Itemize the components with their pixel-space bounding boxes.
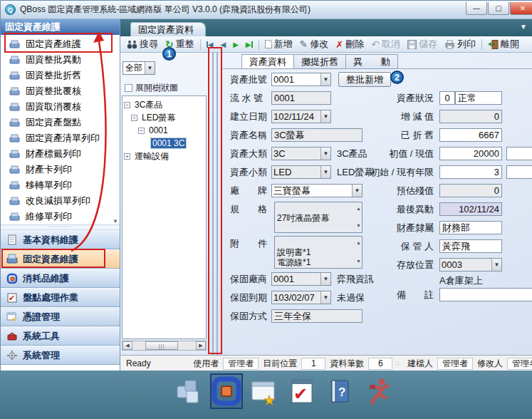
section-fixed-asset-maintenance[interactable]: 固定資產維護 bbox=[1, 249, 120, 269]
tree-node-transport[interactable]: + 運輸設備 bbox=[122, 150, 206, 162]
tree-node-0001[interactable]: − 0001 bbox=[122, 124, 206, 137]
last-change-date-field[interactable]: 102/11/24 bbox=[439, 202, 502, 216]
chevron-down-icon[interactable]: ▼ bbox=[320, 166, 330, 178]
sidebar-item-batch-depreciation[interactable]: 固資整批折舊 bbox=[1, 68, 120, 83]
nav-first-button[interactable]: ◀ bbox=[203, 37, 217, 52]
depreciated-amount-field[interactable]: 6667 bbox=[439, 128, 502, 142]
sidebar-item-batch-review[interactable]: 固資整批覆核 bbox=[1, 83, 120, 99]
nav-last-button[interactable]: ▶ bbox=[242, 37, 256, 52]
search-button[interactable]: 搜尋 bbox=[123, 37, 162, 52]
attachments-textarea[interactable]: 說明書*1 電源線*1 保固書*1 ▲ ▼ bbox=[274, 236, 363, 269]
edit-button[interactable]: ✎ 修改 bbox=[296, 37, 333, 52]
sidebar-item-property-label-print[interactable]: 財產標籤列印 bbox=[1, 146, 120, 162]
scroll-left-icon[interactable]: ◀ bbox=[122, 341, 132, 350]
tree-filter-dropdown[interactable]: 全部 ▼ bbox=[122, 61, 155, 75]
collapse-icon[interactable]: − bbox=[131, 115, 137, 121]
tab-list-arrow-icon[interactable]: ▼ bbox=[520, 23, 527, 31]
warranty-vendor-field[interactable]: 0001 ▼ bbox=[271, 272, 331, 286]
expand-tree-checkbox[interactable] bbox=[125, 84, 132, 92]
remarks-field[interactable] bbox=[439, 288, 532, 301]
section-inventory-processing[interactable]: ✔ 盤點處理作業 bbox=[1, 288, 120, 307]
asset-name-field[interactable]: 3C螢幕 bbox=[271, 128, 363, 142]
sidebar-item-cancel-review[interactable]: 固資取消覆核 bbox=[1, 99, 120, 115]
sidebar-item-batch-change[interactable]: 固資整批異動 bbox=[1, 52, 120, 68]
running-person-icon[interactable] bbox=[362, 374, 393, 408]
asset-minor-category-field[interactable]: LED ▼ bbox=[271, 165, 331, 179]
asset-batch-field[interactable]: 0001 ▼ bbox=[271, 73, 331, 86]
exit-button[interactable]: 離開 bbox=[484, 37, 523, 52]
storage-location-field[interactable]: 0003 ▼ bbox=[439, 258, 502, 271]
tab-asset-data[interactable]: 資產資料 bbox=[241, 54, 294, 69]
tab-depreciation[interactable]: 攤提折舊 bbox=[294, 54, 346, 69]
tree-node-led[interactable]: − LED螢幕 bbox=[122, 111, 206, 124]
batch-add-button[interactable]: 整批新增 bbox=[338, 72, 391, 87]
sidebar-item-property-card-print[interactable]: 財產卡列印 bbox=[1, 162, 120, 177]
window-checkmark-icon[interactable]: ✔ bbox=[286, 374, 318, 408]
sidebar-item-asset-inventory[interactable]: 固定資產盤點 bbox=[1, 115, 120, 130]
red-x-icon: ✗ bbox=[335, 40, 343, 49]
chevron-down-icon[interactable]: ▼ bbox=[145, 62, 155, 74]
save-button[interactable]: 儲存 bbox=[404, 37, 441, 52]
nav-prev-button[interactable]: ◀ bbox=[217, 37, 229, 52]
spec-textarea[interactable]: 27吋液晶螢幕 ▲ ▼ bbox=[274, 202, 363, 233]
tree-node-3c[interactable]: − 3C產品 bbox=[122, 98, 206, 111]
collapse-icon[interactable]: − bbox=[124, 102, 130, 108]
sidebar-item-repair-slip-print[interactable]: 維修單列印 bbox=[1, 209, 120, 224]
expand-icon[interactable]: + bbox=[124, 153, 130, 160]
sidebar-item-transfer-slip-print[interactable]: 移轉單列印 bbox=[1, 177, 120, 193]
estimated-salvage-field[interactable]: 0 bbox=[439, 184, 502, 197]
delete-button[interactable]: ✗ 刪除 bbox=[332, 37, 367, 52]
scrollbar-thumb[interactable]: ||| bbox=[145, 341, 178, 350]
adjustment-value-field[interactable]: 0 bbox=[439, 110, 502, 123]
minimize-button[interactable]: — bbox=[466, 2, 487, 15]
nav-next-button[interactable]: ▶ bbox=[229, 37, 242, 52]
window-star-icon[interactable]: ★ bbox=[249, 374, 280, 408]
print-button[interactable]: 列印 bbox=[441, 37, 479, 52]
panel-splitter[interactable] bbox=[209, 53, 223, 355]
tree-horizontal-scrollbar[interactable]: ◀ ||| ▶ bbox=[122, 341, 207, 351]
tab-changes[interactable]: 異 動 bbox=[346, 54, 398, 69]
sidebar-splitter-grip[interactable]: ········· bbox=[1, 224, 120, 230]
collapse-icon[interactable]: − bbox=[138, 128, 145, 134]
add-button[interactable]: 新增 bbox=[261, 37, 296, 52]
tab-fixed-asset-data[interactable]: 固定資產資料 bbox=[130, 22, 206, 36]
chevron-down-icon[interactable]: ▼ bbox=[320, 273, 330, 285]
custodian-field[interactable]: 黃弈飛 bbox=[439, 239, 502, 253]
serial-number-field[interactable]: 0001 bbox=[271, 91, 331, 105]
tree-node-0001-3c[interactable]: 0001 3C bbox=[122, 137, 206, 150]
create-date-field[interactable]: 102/11/24 ▼ bbox=[271, 110, 331, 123]
section-basic-data-maintenance[interactable]: 基本資料維護 bbox=[1, 230, 120, 249]
initial-current-value-field[interactable]: 20000 bbox=[439, 147, 502, 160]
section-system-tools[interactable]: 系統工具 bbox=[1, 326, 120, 346]
asset-status-field[interactable]: 正常 bbox=[455, 91, 502, 105]
property-department-field[interactable]: 財務部 bbox=[439, 221, 502, 234]
sidebar-item-asset-list-print[interactable]: 固定資產清單列印 bbox=[1, 130, 120, 146]
chevron-down-icon[interactable]: ▼ bbox=[320, 73, 330, 86]
sidebar-item-improvement-loss-print[interactable]: 改良減損單列印 bbox=[1, 193, 120, 209]
warranty-type-field[interactable]: 三年全保 bbox=[271, 309, 363, 323]
sidebar-scroll-down-icon[interactable]: ▼ bbox=[113, 218, 118, 224]
cancel-button[interactable]: ↶ 取消 bbox=[367, 37, 404, 52]
qboss-active-app-icon[interactable] bbox=[211, 374, 242, 408]
current-years-extra-field[interactable] bbox=[506, 165, 532, 179]
asset-major-category-field[interactable]: 3C ▼ bbox=[271, 147, 331, 160]
sidebar-item-fixed-asset-maintenance[interactable]: 固定資產維護 bbox=[1, 36, 120, 52]
brand-field[interactable]: 三寶螢幕 ▼ bbox=[271, 184, 363, 197]
section-system-admin[interactable]: 系統管理 bbox=[1, 346, 120, 365]
field-label: 流 水 號 bbox=[230, 92, 271, 105]
section-consumables-maintenance[interactable]: 消耗品維護 bbox=[1, 269, 120, 288]
help-book-icon[interactable]: ? bbox=[324, 374, 355, 408]
warranty-expiry-field[interactable]: 103/02/07 ▼ bbox=[271, 291, 331, 304]
chevron-down-icon[interactable]: ▼ bbox=[320, 148, 330, 160]
current-value-extra-field[interactable] bbox=[506, 147, 532, 160]
section-voucher-management[interactable]: ★ 憑證管理 bbox=[1, 307, 120, 326]
close-button[interactable]: ✕ bbox=[510, 2, 532, 15]
scroll-right-icon[interactable]: ▶ bbox=[196, 341, 206, 350]
cubes-icon[interactable] bbox=[173, 374, 204, 408]
initial-current-years-field[interactable]: 3 bbox=[439, 165, 502, 179]
maximize-button[interactable]: ▢ bbox=[488, 2, 509, 15]
chevron-down-icon[interactable]: ▼ bbox=[320, 291, 330, 304]
chevron-down-icon[interactable]: ▼ bbox=[491, 259, 501, 271]
chevron-down-icon[interactable]: ▼ bbox=[320, 110, 330, 123]
asset-status-code-field[interactable]: 0 bbox=[439, 91, 455, 105]
